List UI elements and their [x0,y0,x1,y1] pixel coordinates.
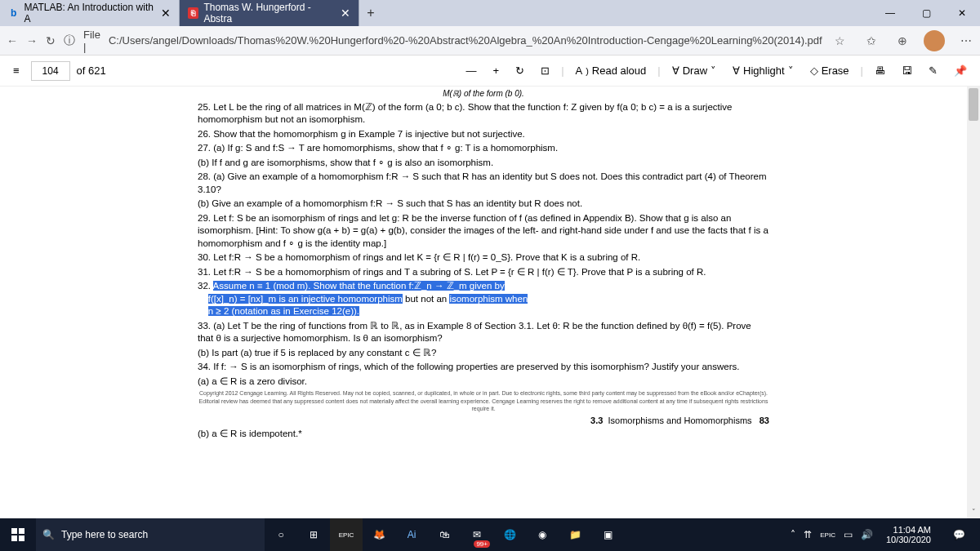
store-icon[interactable]: 🛍 [428,518,461,551]
more-icon[interactable]: ⋯ [956,31,976,51]
refresh-button[interactable]: ↻ [46,31,56,51]
cortana-icon[interactable]: ○ [265,518,297,551]
svg-rect-0 [11,528,17,534]
exercise-27b: (b) If f and g are isomorphisms, show th… [198,157,769,170]
search-placeholder: Type here to search [61,529,148,540]
url-field[interactable]: C:/Users/angel/Downloads/Thomas%20W.%20H… [109,34,822,47]
system-tray: ˄ ⇈ EPIC ▭ 🔊 11:04 AM 10/30/2020 💬 [784,518,980,551]
window-controls: — ▢ ✕ [872,0,980,26]
exercise-34b: (b) a ∈ R is idempotent.* [198,428,769,441]
exercise-29: 29. Let f: S be an isomorphism of rings … [198,212,769,251]
zoom-out-button[interactable]: — [461,60,482,82]
annotate-icon[interactable]: ✎ [924,60,942,82]
exercise-28b: (b) Give an example of a homomorphism f:… [198,198,769,211]
tab-label: Thomas W. Hungerford - Abstra [203,2,336,24]
exercise-34a: (a) a ∈ R is a zero divisor. [198,375,769,389]
url-prefix: File | [83,29,100,53]
exercise-31: 31. Let f:R → S be a homomorphism of rin… [198,266,769,279]
rotate-button[interactable]: ↻ [510,60,529,82]
close-window-button[interactable]: ✕ [944,0,980,26]
collections-icon[interactable]: ⊕ [893,31,912,51]
mail-badge: 99+ [474,540,490,548]
titlebar: b MATLAB: An Introduction with A ✕ ⎘ Tho… [0,0,980,26]
maximize-button[interactable]: ▢ [908,0,944,26]
print-icon[interactable]: 🖶 [870,60,890,82]
search-icon: 🔍 [42,529,55,540]
contents-button[interactable]: ≡ [8,60,24,82]
back-button[interactable]: ← [7,31,18,51]
clock[interactable]: 11:04 AM 10/30/2020 [881,525,936,544]
new-tab-button[interactable]: + [359,2,382,24]
tab-favicon: b [8,7,19,19]
exercise-26: 26. Show that the homomorphism g in Exam… [198,128,769,141]
firefox-icon[interactable]: 🦊 [363,518,395,551]
draw-button[interactable]: ∀ Draw ˅ [667,60,721,82]
tray-chevron-icon[interactable]: ˄ [791,529,795,540]
scrollbar-thumb[interactable] [969,88,978,121]
app-icon[interactable]: ▣ [591,518,624,551]
exercise-30: 30. Let f:R → S be a homomorphism of rin… [198,251,769,264]
scroll-down-icon[interactable]: ˅ [967,505,980,518]
profile-avatar[interactable] [924,30,945,51]
minimize-button[interactable]: — [872,0,908,26]
highlight-button[interactable]: ∀ Highlight ˅ [728,60,799,82]
exercise-34: 34. If f: → S is an isomorphism of rings… [198,361,769,374]
svg-rect-2 [11,535,17,541]
svg-rect-1 [19,528,24,534]
exercise-33b: (b) Is part (a) true if 5 is replaced by… [198,347,769,360]
tab-label: MATLAB: An Introduction with A [24,2,156,24]
page-input[interactable] [31,61,70,81]
tab-favicon: ⎘ [188,7,198,19]
wifi-icon[interactable]: ⇈ [804,529,812,540]
info-icon[interactable]: ⓘ [64,31,75,51]
close-icon[interactable]: ✕ [161,7,171,20]
exercise-27a: 27. (a) If g: S and f:S → T are homomorp… [198,142,769,155]
chrome-icon[interactable]: ◉ [526,518,559,551]
copyright-text: Copyright 2012 Cengage Learning. All Rig… [198,389,769,412]
volume-icon[interactable]: 🔊 [861,529,873,540]
epic-icon[interactable]: EPIC [330,518,363,551]
exercise-28a: 28. (a) Give an example of a homomorphis… [198,171,769,196]
erase-button[interactable]: ◇ Erase [805,60,854,82]
svg-rect-3 [19,535,24,541]
section-footer: 3.3 Isomorphisms and Homomorphisms 83 [198,415,769,427]
read-aloud-button[interactable]: A) Read aloud [571,60,652,82]
text-selection: f([x]_n) = [nx]_m is an injective homomo… [208,294,403,304]
taskbar: 🔍 Type here to search ○ ⊞ EPIC 🦊 Ai 🛍 ✉9… [0,518,980,551]
tab-hungerford[interactable]: ⎘ Thomas W. Hungerford - Abstra ✕ [180,0,359,26]
mail-icon[interactable]: ✉99+ [461,518,493,551]
edge-icon[interactable]: 🌐 [493,518,526,551]
close-icon[interactable]: ✕ [341,7,350,20]
save-icon[interactable]: 🖫 [897,60,917,82]
pin-icon[interactable]: 📌 [949,60,972,82]
tab-matlab[interactable]: b MATLAB: An Introduction with A ✕ [0,0,180,26]
pdf-page: M(ℝ) of the form (b 0). 25. Let L be the… [173,87,794,518]
epic-tray-icon[interactable]: EPIC [820,531,835,539]
exercise-25: 25. Let L be the ring of all matrices in… [198,101,769,127]
exercise-33a: 33. (a) Let T be the ring of functions f… [198,320,769,345]
notifications-icon[interactable]: 💬 [944,518,973,551]
vertical-scrollbar[interactable]: ˄ ˅ [967,87,980,518]
exercise-32: 32. Assume n ≡ 1 (mod m). Show that the … [198,280,769,318]
star-icon[interactable]: ☆ [831,31,850,51]
start-button[interactable] [0,518,36,551]
address-bar: ← → ↻ ⓘ File | C:/Users/angel/Downloads/… [0,26,980,56]
zoom-in-button[interactable]: + [488,60,505,82]
page-top-fragment: M(ℝ) of the form (b 0). [198,88,769,100]
forward-button[interactable]: → [26,31,38,51]
ai-icon[interactable]: Ai [395,518,428,551]
battery-icon[interactable]: ▭ [844,529,853,540]
fit-button[interactable]: ⊡ [536,60,555,82]
taskbar-search[interactable]: 🔍 Type here to search [36,518,265,551]
text-selection: Assume n ≡ 1 (mod m). Show that the func… [213,281,505,291]
explorer-icon[interactable]: 📁 [559,518,591,551]
text-selection: isomorphism when [449,294,528,304]
favorites-icon[interactable]: ✩ [862,31,881,51]
task-view-icon[interactable]: ⊞ [297,518,330,551]
pdf-viewport[interactable]: M(ℝ) of the form (b 0). 25. Let L be the… [0,87,967,518]
pdf-toolbar: ≡ of 621 — + ↻ ⊡ | A) Read aloud | ∀ Dra… [0,56,980,87]
page-total: of 621 [77,64,106,77]
text-selection: n ≥ 2 (notation as in Exercise 12(e)). [208,306,359,316]
